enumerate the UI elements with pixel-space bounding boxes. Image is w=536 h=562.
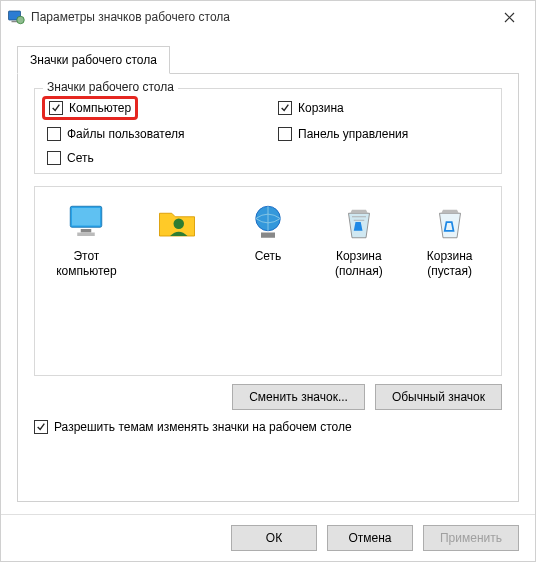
recyclebin-empty-icon (429, 201, 471, 243)
svg-point-7 (174, 219, 185, 230)
checkbox-label: Сеть (67, 151, 94, 165)
tab-panel: Значки рабочего стола Компьютер Корзина (17, 73, 519, 502)
ok-button[interactable]: ОК (231, 525, 317, 551)
checkbox-row-computer[interactable]: Компьютер (42, 96, 138, 120)
globe-icon (247, 201, 289, 243)
svg-rect-4 (72, 208, 100, 226)
checkbox-controlpanel[interactable] (278, 127, 292, 141)
checkbox-userfiles[interactable] (47, 127, 61, 141)
titlebar: Параметры значков рабочего стола (1, 1, 535, 33)
recyclebin-full-icon (338, 201, 380, 243)
button-label: ОК (266, 531, 282, 545)
default-icon-button[interactable]: Обычный значок (375, 384, 502, 410)
change-icon-button[interactable]: Сменить значок... (232, 384, 365, 410)
button-label: Обычный значок (392, 390, 485, 404)
group-desktop-icons: Значки рабочего стола Компьютер Корзина (34, 88, 502, 174)
icon-recyclebin-full[interactable]: Корзина (полная) (317, 201, 400, 279)
tabstrip: Значки рабочего стола (17, 45, 519, 73)
user-folder-icon (156, 201, 198, 243)
checkbox-row-network[interactable]: Сеть (47, 151, 258, 165)
checkbox-network[interactable] (47, 151, 61, 165)
checkbox-allow-themes[interactable] (34, 420, 48, 434)
checkbox-row-userfiles[interactable]: Файлы пользователя (47, 127, 258, 141)
icon-this-pc[interactable]: Этот компьютер (45, 201, 128, 279)
button-label: Отмена (348, 531, 391, 545)
checkbox-label: Панель управления (298, 127, 408, 141)
icon-button-row: Сменить значок... Обычный значок (34, 384, 502, 410)
dialog-content: Значки рабочего стола Значки рабочего ст… (1, 33, 535, 514)
icon-label: Сеть (255, 249, 282, 279)
monitor-icon (65, 201, 107, 243)
cancel-button[interactable]: Отмена (327, 525, 413, 551)
checkbox-row-allow-themes[interactable]: Разрешить темам изменять значки на рабоч… (34, 420, 502, 434)
dialog-window: Параметры значков рабочего стола Значки … (0, 0, 536, 562)
svg-rect-6 (78, 233, 96, 237)
svg-point-2 (17, 16, 25, 24)
group-title: Значки рабочего стола (43, 80, 178, 94)
button-label: Применить (440, 531, 502, 545)
icon-label: Корзина (полная) (317, 249, 400, 279)
checkbox-computer[interactable] (49, 101, 63, 115)
checkbox-recyclebin[interactable] (278, 101, 292, 115)
svg-rect-9 (261, 233, 275, 238)
checkbox-label: Компьютер (69, 101, 131, 115)
icon-network[interactable]: Сеть (227, 201, 310, 279)
close-button[interactable] (489, 2, 529, 32)
tab-label: Значки рабочего стола (30, 53, 157, 67)
icon-recyclebin-empty[interactable]: Корзина (пустая) (408, 201, 491, 279)
checkbox-label: Файлы пользователя (67, 127, 184, 141)
checkbox-row-recyclebin[interactable]: Корзина (278, 99, 489, 117)
icon-grid: Этот компьютер Сеть (45, 201, 491, 279)
icon-preview-area: Этот компьютер Сеть (34, 186, 502, 376)
tab-desktop-icons[interactable]: Значки рабочего стола (17, 46, 170, 74)
button-label: Сменить значок... (249, 390, 348, 404)
checkbox-label: Корзина (298, 101, 344, 115)
svg-rect-5 (81, 229, 92, 233)
icon-label: Корзина (пустая) (408, 249, 491, 279)
icon-user-folder[interactable] (136, 201, 219, 279)
icon-label: Этот компьютер (45, 249, 128, 279)
window-title: Параметры значков рабочего стола (31, 10, 489, 24)
checkbox-label: Разрешить темам изменять значки на рабоч… (54, 420, 352, 434)
dialog-footer: ОК Отмена Применить (1, 514, 535, 561)
checkbox-row-controlpanel[interactable]: Панель управления (278, 127, 489, 141)
checkbox-grid: Компьютер Корзина Файлы пользователя (47, 99, 489, 165)
apply-button[interactable]: Применить (423, 525, 519, 551)
monitor-settings-icon (7, 8, 25, 26)
